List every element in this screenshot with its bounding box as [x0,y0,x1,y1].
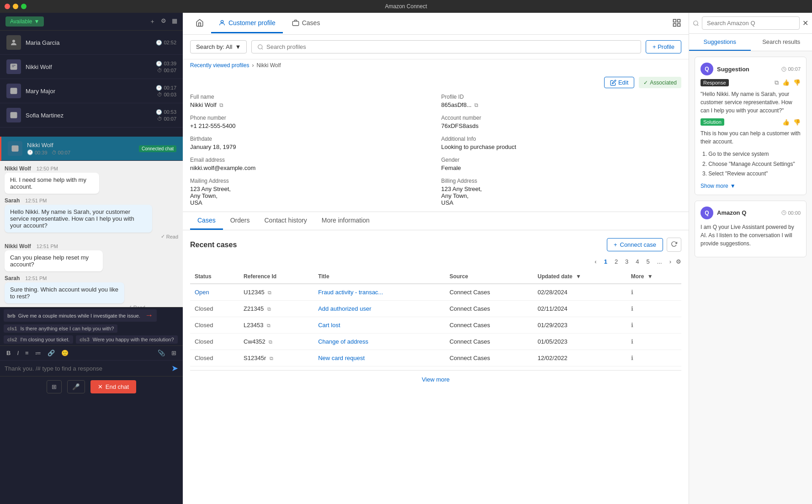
connect-case-button[interactable]: + Connect case [607,238,663,251]
amazon-q-card-time: 00:00 [781,210,801,216]
tab-contact-history[interactable]: Contact history [257,212,314,230]
page-3-button[interactable]: 3 [622,257,631,266]
page-1-button[interactable]: 1 [601,257,610,266]
q-tabs: Suggestions Search results [689,34,812,51]
copy-ref-1[interactable]: ⧉ [268,290,271,295]
next-page-button[interactable]: › [667,257,674,266]
calendar-icon[interactable]: ▦ [172,17,177,26]
copy-ref-2[interactable]: ⧉ [267,306,271,312]
italic-button[interactable]: I [15,349,21,357]
home-tab[interactable] [190,13,209,34]
quick-resp-cls3[interactable]: cls3 Were you happy with the resolution? [76,335,177,344]
thumbs-down-solution-icon[interactable]: 👎 [793,119,801,126]
clock-icon: 🕐 [156,109,162,115]
active-contact-nikki[interactable]: Nikki Wolf 🕐 00:39 ⏱ 00:07 Connected cha… [0,137,183,161]
grid-icon[interactable] [672,18,681,29]
copy-icon-q[interactable]: ⧉ [775,79,779,86]
tab-cases[interactable]: Cases [190,212,223,230]
page-4-button[interactable]: 4 [633,257,642,266]
chat-input[interactable] [5,365,168,372]
link-button[interactable]: 🔗 [46,349,57,357]
solution-step-3: 3. Select "Review account" [702,169,801,179]
info-icon-3[interactable]: ℹ [631,322,633,329]
maximize-dot[interactable] [21,4,27,9]
page-5-button[interactable]: 5 [644,257,653,266]
gender-label: Gender [441,157,682,163]
case-link-5[interactable]: New card request [318,355,365,361]
hold-button[interactable]: ⊞ [47,380,62,393]
case-link-4[interactable]: Change of address [318,338,368,345]
q-tab-suggestions[interactable]: Suggestions [689,34,751,51]
list-spacer [0,127,183,137]
contact-item-maria[interactable]: Maria Garcia 🕐02:52 [0,31,183,55]
q-close-button[interactable]: ✕ [802,19,808,27]
refresh-button[interactable] [667,238,681,252]
attachment-button[interactable]: 📎 [156,349,167,357]
more-sort-icon[interactable]: ▼ [647,273,653,280]
quick-resp-cls2[interactable]: cls2 I'm closing your ticket. [4,335,73,344]
suggestion-title: Suggestion [717,66,778,73]
quick-resp-cls1[interactable]: cls1 Is there anything else I can help y… [4,324,117,333]
q-tab-search-results[interactable]: Search results [751,34,812,51]
plus-icon[interactable]: ＋ [149,17,155,26]
case-link-2[interactable]: Add authorized user [318,305,371,312]
chat-input-row: ➤ [0,361,183,376]
info-icon-1[interactable]: ℹ [631,289,633,296]
copy-ref-3[interactable]: ⧉ [267,323,271,328]
tab-more-information[interactable]: More information [314,212,377,230]
contact-item-nikki-top[interactable]: Nikki Wolf 🕐03:39 ⏱00:07 [0,55,183,79]
end-chat-button[interactable]: ✕ End chat [90,380,136,393]
contact-item-mary[interactable]: Mary Major 🕐00:17 ⏱00:03 [0,79,183,103]
emoji-button[interactable]: 🙂 [59,349,70,357]
search-by-select[interactable]: Search by: All ▼ [190,40,247,53]
copy-full-name-icon[interactable]: ⧉ [219,102,223,108]
edit-label: Edit [618,79,628,86]
available-button[interactable]: Available ▼ [5,16,44,27]
customer-profile-tab[interactable]: Customer profile [211,14,283,33]
contact-item-sofia[interactable]: Sofia Martinez 🕐00:53 ⏱00:07 [0,103,183,127]
copy-profile-id-icon[interactable]: ⧉ [474,102,478,108]
quick-resp-brb[interactable]: brb Give me a couple minutes while I inv… [4,309,157,322]
add-profile-button[interactable]: + Profile [646,40,681,53]
cases-tab[interactable]: Cases [285,14,328,33]
mute-button[interactable]: 🎤 [67,380,85,393]
edit-button[interactable]: Edit [604,77,634,88]
page-2-button[interactable]: 2 [612,257,621,266]
thumbs-up-solution-icon[interactable]: 👍 [782,119,790,126]
settings-icon[interactable]: ⚙ [161,17,166,26]
case-link-1[interactable]: Fraud activity - transac... [318,289,383,296]
numbered-list-button[interactable]: ≔ [33,349,43,357]
case-source-5: Connect Cases [445,350,533,366]
page-settings-button[interactable]: ⚙ [676,258,681,265]
copy-ref-4[interactable]: ⧉ [269,339,272,345]
thumbs-down-icon[interactable]: 👎 [793,79,801,86]
search-input-wrap[interactable] [251,40,641,53]
minimize-dot[interactable] [13,4,18,9]
thumbs-up-icon[interactable]: 👍 [782,79,790,86]
info-icon-2[interactable]: ℹ [631,305,633,312]
copy-ref-5[interactable]: ⧉ [270,355,273,361]
email-value: nikki.wolf@example.com [190,164,430,171]
send-button[interactable]: ➤ [171,363,178,373]
contact-name-maria: Maria Garcia [26,39,151,46]
suggestion-card-header: Q Suggestion 00:07 [701,63,801,75]
search-profiles-input[interactable] [266,43,635,50]
bullet-list-button[interactable]: ≡ [23,349,31,357]
view-more-button[interactable]: View more [190,370,681,388]
tab-orders[interactable]: Orders [223,212,257,230]
breadcrumb-recently-viewed[interactable]: Recently viewed profiles [190,62,249,69]
table-row: Open U12345 ⧉ Fraud activity - transac..… [190,284,681,301]
solution-step-2: 2. Choose "Manage Account Settings" [702,159,801,170]
q-search-input[interactable] [702,16,800,30]
info-icon-4[interactable]: ℹ [631,338,633,345]
more-button[interactable]: ⊞ [170,349,178,357]
close-dot[interactable] [5,4,10,9]
sort-icon[interactable]: ▼ [576,273,581,280]
show-more-button[interactable]: Show more ▼ [701,183,801,189]
case-link-3[interactable]: Cart lost [318,322,340,329]
cases-section: Recent cases + Connect case ‹ 1 2 3 4 [183,230,689,504]
svg-rect-8 [678,20,680,22]
info-icon-5[interactable]: ℹ [631,355,633,361]
prev-page-button[interactable]: ‹ [592,257,599,266]
bold-button[interactable]: B [5,349,12,357]
